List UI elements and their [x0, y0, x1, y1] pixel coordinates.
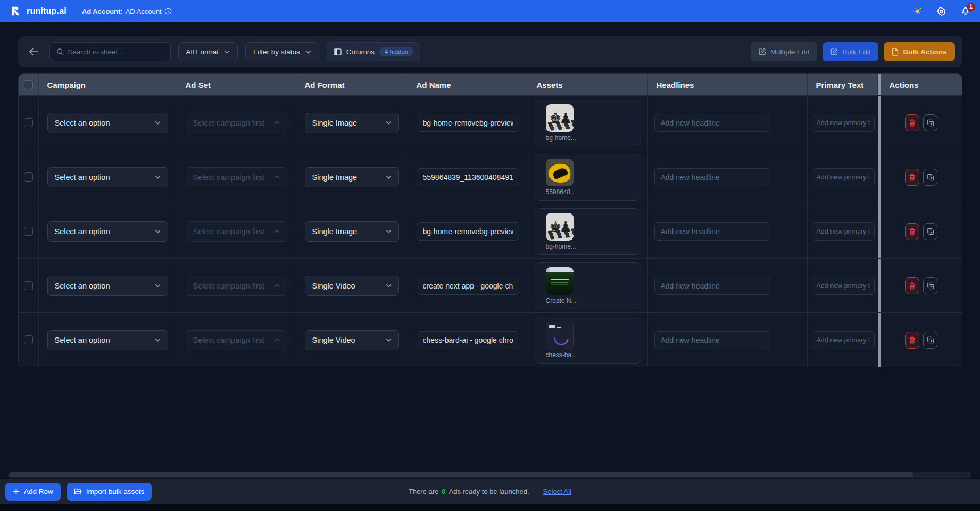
copy-plus-icon — [927, 282, 934, 290]
ad-set-select[interactable]: Select campaign first — [186, 221, 287, 242]
campaign-select[interactable]: Select an option — [47, 167, 168, 187]
asset-card[interactable]: bg-home... — [535, 208, 641, 255]
ad-set-select[interactable]: Select campaign first — [186, 276, 287, 296]
delete-row-button[interactable] — [905, 223, 919, 240]
ad-set-select-value: Select campaign first — [193, 336, 274, 344]
ad-format-select[interactable]: Single Image — [305, 167, 399, 187]
trash-icon — [909, 119, 916, 127]
ad-name-input[interactable] — [417, 222, 519, 241]
trash-icon — [909, 228, 916, 235]
duplicate-row-button[interactable] — [923, 223, 937, 240]
headline-input[interactable] — [654, 114, 770, 132]
campaign-select-value: Select an option — [55, 336, 155, 344]
asset-card[interactable]: 5598648... — [535, 154, 641, 201]
asset-card[interactable]: bg-home... — [535, 100, 641, 146]
ad-name-input[interactable] — [417, 114, 519, 132]
trash-icon — [909, 174, 916, 181]
chevron-up-icon — [274, 284, 280, 287]
ad-set-select[interactable]: Select campaign first — [186, 330, 287, 350]
video-chess-thumbnail[interactable] — [546, 322, 574, 349]
headline-input[interactable] — [654, 331, 770, 349]
delete-row-button[interactable] — [905, 114, 919, 131]
ad-name-input[interactable] — [417, 277, 519, 295]
delete-row-button[interactable] — [905, 169, 919, 186]
duplicate-row-button[interactable] — [923, 169, 937, 186]
footer-action-bar: Add Row Import bulk assets There are 0 A… — [0, 479, 980, 504]
search-icon — [56, 48, 64, 55]
theme-toggle-button[interactable] — [913, 6, 923, 16]
primary-text-input[interactable] — [812, 114, 875, 132]
bulk-actions-button[interactable]: Bulk Actions — [884, 42, 954, 61]
chevron-down-icon — [386, 284, 392, 287]
add-row-button[interactable]: Add Row — [5, 483, 61, 501]
shoe-image-thumbnail[interactable] — [546, 159, 574, 186]
ad-name-input[interactable] — [417, 168, 519, 186]
primary-text-input[interactable] — [812, 277, 875, 295]
multiple-edit-button[interactable]: Multiple Edit — [751, 42, 818, 61]
format-filter-dropdown[interactable]: All Format — [178, 42, 238, 61]
chess-image-thumbnail[interactable] — [546, 104, 574, 132]
chess-image-thumbnail[interactable] — [546, 213, 574, 241]
search-input[interactable] — [68, 48, 164, 56]
top-navbar: runitup.ai Ad Account: AD Account 1 — [0, 0, 980, 22]
delete-row-button[interactable] — [905, 332, 919, 349]
edit-icon — [830, 48, 838, 55]
info-icon[interactable] — [164, 7, 172, 15]
campaign-select[interactable]: Select an option — [47, 221, 168, 242]
select-all-checkbox[interactable] — [24, 80, 33, 89]
headline-input[interactable] — [654, 222, 770, 241]
ad-set-select[interactable]: Select campaign first — [186, 113, 287, 133]
format-filter-value: All Format — [186, 48, 219, 56]
status-prefix: There are — [409, 488, 438, 496]
settings-button[interactable] — [936, 6, 946, 17]
bulk-edit-button[interactable]: Bulk Edit — [823, 42, 878, 61]
asset-card[interactable]: chess-ba... — [535, 317, 641, 364]
horizontal-scrollbar[interactable] — [9, 472, 971, 478]
primary-text-input[interactable] — [812, 222, 875, 241]
columns-icon — [334, 48, 342, 55]
brand-logo[interactable]: runitup.ai — [10, 5, 67, 18]
chevron-down-icon — [224, 50, 230, 54]
document-icon — [892, 48, 899, 56]
headline-input[interactable] — [654, 168, 770, 186]
row-checkbox[interactable] — [24, 335, 33, 344]
primary-text-input[interactable] — [812, 331, 875, 349]
row-checkbox[interactable] — [24, 227, 33, 236]
notifications-button[interactable]: 1 — [960, 6, 970, 17]
status-filter-dropdown[interactable]: Filter by status — [245, 42, 319, 61]
ad-format-select-value: Single Video — [312, 336, 386, 344]
row-checkbox[interactable] — [24, 118, 33, 127]
campaign-select[interactable]: Select an option — [47, 276, 168, 296]
select-all-link[interactable]: Select All — [543, 488, 571, 496]
ad-format-select[interactable]: Single Video — [305, 276, 399, 296]
ad-format-select[interactable]: Single Image — [305, 113, 399, 133]
primary-text-input[interactable] — [812, 168, 875, 186]
campaign-select[interactable]: Select an option — [47, 113, 168, 133]
campaign-select-value: Select an option — [55, 173, 155, 182]
row-checkbox[interactable] — [24, 281, 33, 290]
ad-format-select[interactable]: Single Video — [305, 330, 399, 350]
import-bulk-assets-button[interactable]: Import bulk assets — [67, 483, 152, 501]
chevron-up-icon — [274, 229, 280, 233]
campaign-select[interactable]: Select an option — [47, 330, 168, 350]
ad-format-select[interactable]: Single Image — [305, 221, 399, 242]
asset-card[interactable]: Create N... — [535, 262, 641, 309]
columns-button[interactable]: Columns 4 hidden — [327, 42, 420, 61]
row-checkbox[interactable] — [24, 172, 33, 182]
ad-set-select[interactable]: Select campaign first — [186, 167, 287, 187]
back-button[interactable] — [26, 45, 42, 58]
sun-icon — [913, 6, 923, 16]
delete-row-button[interactable] — [905, 277, 919, 294]
columns-label: Columns — [346, 48, 375, 56]
column-header-headlines: Headlines — [648, 74, 808, 95]
duplicate-row-button[interactable] — [923, 277, 937, 294]
chevron-up-icon — [274, 175, 280, 179]
duplicate-row-button[interactable] — [923, 114, 937, 131]
chevron-down-icon — [155, 284, 161, 287]
ad-name-input[interactable] — [417, 331, 519, 349]
headline-input[interactable] — [654, 277, 770, 295]
horizontal-scrollbar-thumb[interactable] — [9, 472, 913, 477]
duplicate-row-button[interactable] — [923, 332, 937, 349]
ad-set-select-value: Select campaign first — [193, 119, 274, 127]
video-next-thumbnail[interactable] — [546, 267, 574, 295]
